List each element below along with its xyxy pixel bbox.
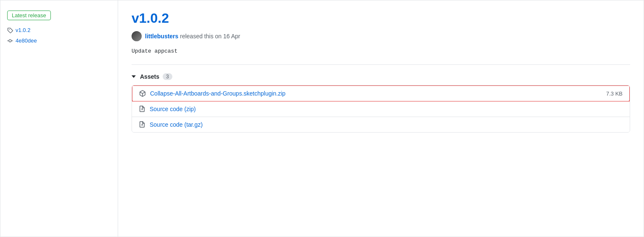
source-zip-name: Source code: [150, 106, 183, 112]
asset-item-left: Source code (zip): [139, 106, 196, 112]
asset-plugin-size: 7.3 KB: [606, 91, 623, 97]
sidebar-tag-link[interactable]: v1.0.2: [16, 27, 30, 33]
chevron-down-icon: [132, 75, 136, 78]
release-title: v1.0.2: [132, 11, 630, 26]
release-date-value: 16 Apr: [223, 33, 240, 40]
release-description: Update appcast: [132, 48, 630, 54]
assets-header: Assets 3: [132, 73, 630, 80]
sidebar: Latest release v1.0.2 4e80dee: [0, 0, 118, 237]
asset-item-left: Source code (tar.gz): [139, 121, 203, 128]
main-content: v1.0.2 littlebusters released this on 16…: [118, 0, 644, 237]
sidebar-commit-row: 4e80dee: [7, 37, 37, 44]
asset-source-zip-link[interactable]: Source code (zip): [150, 106, 196, 112]
tooltip-wrapper: プラグインファイルのダウンロード Collapse-All-Artboards-…: [150, 90, 285, 97]
assets-label: Assets: [140, 73, 159, 80]
page-wrapper: Latest release v1.0.2 4e80dee v1.0.2 lit…: [0, 0, 644, 237]
source-tar-suffix: (tar.gz): [183, 121, 203, 128]
asset-source-tar-link[interactable]: Source code (tar.gz): [150, 121, 203, 128]
source-tar-name: Source code: [150, 121, 183, 128]
asset-item-source-tar[interactable]: Source code (tar.gz): [132, 117, 630, 132]
asset-item-left: プラグインファイルのダウンロード Collapse-All-Artboards-…: [139, 90, 285, 97]
author-link[interactable]: littlebusters: [145, 33, 178, 40]
release-action: released this on: [180, 33, 222, 40]
divider: [132, 64, 630, 65]
asset-item-source-zip[interactable]: Source code (zip): [132, 101, 630, 117]
asset-package-icon: [139, 90, 146, 97]
sidebar-commit-link[interactable]: 4e80dee: [16, 37, 37, 44]
release-meta: littlebusters released this on 16 Apr: [132, 31, 630, 41]
assets-list: プラグインファイルのダウンロード Collapse-All-Artboards-…: [132, 85, 630, 133]
source-zip-suffix: (zip): [183, 106, 196, 112]
asset-item-plugin[interactable]: プラグインファイルのダウンロード Collapse-All-Artboards-…: [132, 85, 630, 102]
release-meta-text: littlebusters released this on 16 Apr: [145, 33, 240, 40]
latest-release-badge: Latest release: [7, 11, 51, 20]
tag-icon: [7, 27, 13, 33]
sidebar-tag-row: v1.0.2: [7, 27, 30, 33]
asset-tar-icon: [139, 121, 145, 128]
asset-plugin-link[interactable]: Collapse-All-Artboards-and-Groups.sketch…: [150, 90, 285, 97]
avatar: [132, 31, 142, 41]
commit-icon: [7, 38, 13, 44]
asset-zip-icon: [139, 106, 145, 112]
avatar-image: [132, 31, 142, 41]
assets-count: 3: [163, 73, 172, 80]
